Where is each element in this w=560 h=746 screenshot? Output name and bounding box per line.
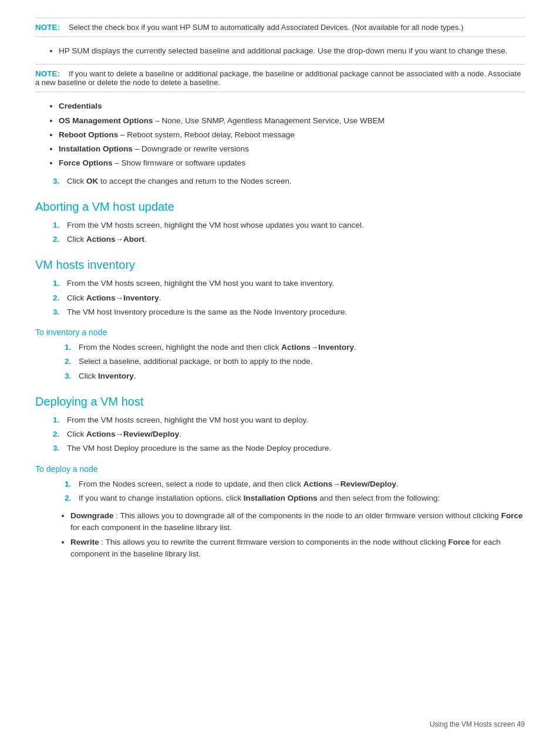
note-box-1: NOTE: Select the check box if you want H… bbox=[35, 18, 525, 37]
step-3-ok: 3. Click OK to accept the changes and re… bbox=[53, 175, 525, 187]
to-deploy-steps: 1. From the Nodes screen, select a node … bbox=[65, 478, 525, 505]
vm-inv-step-1: 1. From the VM hosts screen, highlight t… bbox=[53, 278, 525, 289]
section-vm-inventory-title: VM hosts inventory bbox=[35, 258, 525, 272]
deploy-step-3: 3. The VM host Deploy procedure is the s… bbox=[53, 443, 525, 454]
bullet-os-management: OS Management Options – None, Use SNMP, … bbox=[59, 115, 525, 127]
bullet-installation-options: Installation Options – Downgrade or rewr… bbox=[59, 143, 525, 155]
note-label-1: NOTE: bbox=[35, 23, 60, 32]
deploy-step-2: 2. Click Actions→Review/Deploy. bbox=[53, 428, 525, 440]
vm-inv-step-3: 3. The VM host Inventory procedure is th… bbox=[53, 306, 525, 318]
step-3-ok-item: 3. Click OK to accept the changes and re… bbox=[53, 175, 525, 187]
section-deploying-title: Deploying a VM host bbox=[35, 395, 525, 409]
note-box-2: NOTE: If you want to delete a baseline o… bbox=[35, 64, 525, 92]
bullet-force-options: Force Options – Show firmware or softwar… bbox=[59, 157, 525, 169]
to-inventory-steps: 1. From the Nodes screen, highlight the … bbox=[65, 342, 525, 382]
vm-inventory-steps: 1. From the VM hosts screen, highlight t… bbox=[53, 278, 525, 318]
bullet-section-1: HP SUM displays the currently selected b… bbox=[35, 45, 525, 57]
aborting-step-1: 1. From the VM hosts screen, highlight t… bbox=[53, 220, 525, 231]
page-footer: Using the VM Hosts screen 49 bbox=[430, 720, 525, 728]
note-label-2: NOTE: bbox=[35, 69, 60, 78]
bullet-item-baseline: HP SUM displays the currently selected b… bbox=[59, 45, 525, 57]
section-to-inventory-title: To inventory a node bbox=[35, 328, 525, 337]
to-inv-step-2: 2. Select a baseline, additional package… bbox=[65, 356, 525, 367]
aborting-step-2: 2. Click Actions→Abort. bbox=[53, 234, 525, 245]
deploying-steps: 1. From the VM hosts screen, highlight t… bbox=[53, 414, 525, 455]
section-aborting-title: Aborting a VM host update bbox=[35, 200, 525, 214]
vm-inv-step-2: 2. Click Actions→Inventory. bbox=[53, 292, 525, 304]
sub-bullet-downgrade: Downgrade : This allows you to downgrade… bbox=[70, 510, 525, 534]
aborting-steps: 1. From the VM hosts screen, highlight t… bbox=[53, 220, 525, 246]
note-text-2: If you want to delete a baseline or addi… bbox=[35, 69, 521, 87]
to-inv-step-1: 1. From the Nodes screen, highlight the … bbox=[65, 342, 525, 353]
options-list: Credentials OS Management Options – None… bbox=[59, 100, 525, 169]
to-deploy-step-1: 1. From the Nodes screen, select a node … bbox=[65, 478, 525, 490]
bullet-reboot-options: Reboot Options – Reboot system, Reboot d… bbox=[59, 129, 525, 141]
bullet-credentials: Credentials bbox=[59, 100, 525, 112]
to-deploy-step-2: 2. If you want to change installation op… bbox=[65, 492, 525, 504]
deploy-step-1: 1. From the VM hosts screen, highlight t… bbox=[53, 414, 525, 426]
note-text-1: Select the check box if you want HP SUM … bbox=[69, 23, 463, 32]
deploy-sub-options: Downgrade : This allows you to downgrade… bbox=[70, 510, 525, 560]
section-to-deploy-title: To deploy a node bbox=[35, 464, 525, 474]
to-inv-step-3: 3. Click Inventory. bbox=[65, 370, 525, 382]
sub-bullet-rewrite: Rewrite : This allows you to rewrite the… bbox=[70, 536, 525, 561]
